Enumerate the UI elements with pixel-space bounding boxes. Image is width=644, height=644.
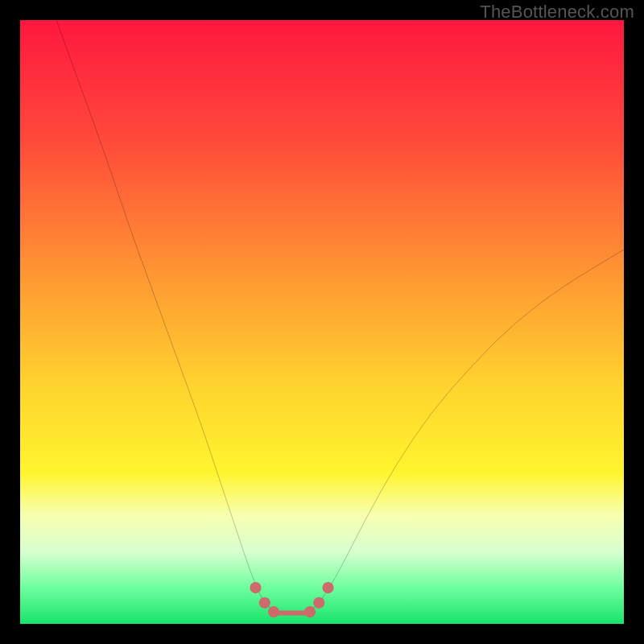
chart-frame: TheBottleneck.com (0, 0, 644, 644)
bottom-dot (313, 597, 324, 609)
bottom-dot (259, 597, 270, 609)
bottom-dot (250, 582, 261, 593)
chart-background (20, 20, 624, 624)
chart-plot (20, 20, 624, 624)
bottom-dot (304, 606, 316, 617)
bottom-dot (322, 582, 333, 593)
bottom-dot (268, 606, 279, 617)
